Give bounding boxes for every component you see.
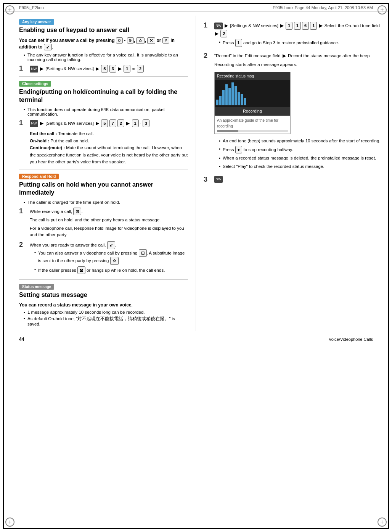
step2-bullet-2: Press ● to stop recording halfway.	[219, 146, 381, 154]
key-9: 9	[127, 37, 134, 44]
bar10	[244, 98, 246, 105]
respond-sub2: If the caller presses ⊠ or hangs up whil…	[34, 266, 188, 274]
section-close-settings: Close settings Ending/putting on hold/co…	[19, 81, 188, 165]
section-respond-hold: Respond and Hold Putting calls on hold w…	[19, 173, 188, 276]
respond-step1-content: While receiving a call, ⊡. The call is p…	[30, 208, 188, 238]
arrow: ▶	[40, 120, 43, 127]
bar8	[238, 92, 240, 105]
recording-box: Recording status msg	[214, 72, 291, 134]
recording-header: Recording status msg	[215, 72, 290, 80]
top-bar: F905i_E2kou F905i.book Page 44 Monday, A…	[4, 4, 388, 12]
key-1: 1	[124, 65, 130, 73]
corner-mark-bl	[5, 517, 14, 527]
section-title-status: Setting status message	[19, 291, 188, 299]
respond-step2: 2 When you are ready to answer the call,…	[19, 241, 188, 276]
respond-step2-content: When you are ready to answer the call, ↙…	[30, 241, 188, 276]
page-border: F905i_E2kou F905i.book Page 44 Monday, A…	[3, 3, 389, 529]
bar3	[222, 90, 225, 105]
step2-bullet-4: Select "Play" to check the recorded stat…	[219, 163, 381, 170]
key-answer: ↙	[107, 241, 115, 249]
respond-step1: 1 While receiving a call, ⊡. The call is…	[19, 208, 188, 238]
step2-bullet-1: An end tone (beep) sounds approximately …	[219, 138, 381, 144]
right-step1-content: NW ▶ [Settings & NW services] ▶ 1 1 6 1 …	[214, 22, 381, 48]
end-call-detail: End the call : Terminate the call.	[30, 130, 188, 137]
close-step-num: 1	[19, 119, 27, 126]
key-x: ✕	[147, 37, 155, 44]
right-step2: 2 "Record" in the Edit message field ▶ R…	[204, 52, 381, 171]
status-bullet-1: 1 message approximately 10 seconds long …	[24, 310, 188, 314]
key-sub: ☆	[110, 257, 119, 265]
key-1b: 1	[132, 119, 139, 127]
progress-label: An approximate guide of the time for rec…	[217, 118, 278, 128]
arrow3: ▶	[126, 120, 130, 127]
close-step-content: NW ▶ [Settings & NW services] ▶ 5 7 2 ▶ …	[30, 119, 149, 127]
bar6	[231, 82, 234, 105]
key-hold: ⊡	[73, 208, 81, 216]
arrow4: ▶	[215, 30, 218, 37]
nw-icon4: NW	[214, 176, 223, 183]
step3-area: 3 NW	[204, 176, 381, 183]
arrow2: ▶	[96, 65, 99, 72]
bookinfo: F905i.book Page 44 Monday, April 21, 200…	[273, 5, 373, 10]
step1-detail2: For a videophone call, Response hold ima…	[30, 225, 188, 239]
section-label-status: Status message	[19, 284, 54, 290]
key-3b: 3	[143, 119, 149, 127]
on-hold-detail: On-hold : Put the call on hold.	[30, 137, 188, 144]
key-2c: 2	[220, 30, 227, 38]
right-step1: 1 NW ▶ [Settings & NW services] ▶ 1 1 6 …	[204, 22, 381, 48]
key-3: 3	[109, 65, 116, 73]
step-content: NW ▶ [Settings & NW services] ▶ 5 3 ▶ 1 …	[30, 65, 144, 73]
continue-mute-label: Continue(mute) :	[30, 145, 66, 150]
divider1	[19, 76, 188, 77]
key-1d: 1	[294, 22, 301, 30]
bar2	[219, 96, 222, 105]
right-step1-sub: Press 1 and go to Step 3 to restore prei…	[219, 39, 381, 47]
divider3	[19, 279, 188, 280]
key-5b: 5	[101, 119, 108, 127]
arrow: ▶	[225, 22, 228, 29]
right-step1-num: 1	[204, 22, 211, 29]
arrow2: ▶	[96, 120, 99, 127]
right-step3-content: NW	[214, 176, 223, 183]
divider2	[19, 169, 188, 169]
section-any-key-answer: Any key answer Enabling use of keypad to…	[19, 19, 188, 73]
nw-icon3: NW	[214, 23, 223, 29]
bar4	[225, 84, 228, 105]
right-step2-content: "Record" in the Edit message field ▶ Rec…	[214, 52, 381, 171]
key-stop: ●	[235, 146, 243, 154]
recording-label: Recording	[215, 107, 290, 116]
progress-bar-fill	[217, 130, 238, 132]
key-1f: 1	[235, 39, 242, 47]
content-area: Any key answer Enabling use of keypad to…	[4, 12, 388, 335]
section-label-close: Close settings	[19, 81, 51, 87]
respond-step1-num: 1	[19, 208, 27, 214]
key-7: 7	[109, 119, 116, 127]
close-bullet-1: This function does not operate during 64…	[24, 107, 188, 116]
right-column: 1 NW ▶ [Settings & NW services] ▶ 1 1 6 …	[196, 16, 388, 331]
right-step2-num: 2	[204, 52, 211, 59]
step2-bullet-3: When a recorded status message is delete…	[219, 155, 381, 161]
corner-mark-tr	[378, 5, 387, 15]
respond-sub1: You can also answer a videophone call by…	[34, 249, 188, 265]
bottom-bar: 44 Voice/Videophone Calls	[4, 335, 388, 343]
key-6: 6	[302, 22, 309, 30]
key-send: ↙	[44, 44, 52, 50]
nw-icon: NW	[30, 66, 38, 73]
key-end: ⊠	[77, 266, 85, 274]
continue-mute-detail: Continue(mute) : Mute the sound without …	[30, 144, 188, 165]
section-intro-any-key: You can set if you answer a call by pres…	[19, 37, 188, 50]
page-number: 44	[19, 337, 24, 342]
section-label-respond: Respond and Hold	[19, 174, 59, 179]
end-call-label: End the call :	[30, 131, 58, 136]
filename: F905i_E2kou	[19, 5, 44, 10]
section-title-close: Ending/putting on hold/continuing a call…	[19, 88, 188, 104]
step1-detail1: The call is put on hold, and the other p…	[30, 217, 188, 223]
key-0: 0	[116, 37, 123, 44]
bar1	[216, 100, 218, 105]
key-1e: 1	[310, 22, 317, 30]
right-step3: 3 NW	[204, 176, 381, 183]
arrow3: ▶	[118, 65, 122, 72]
key-1c: 1	[286, 22, 292, 30]
arrow: ▶	[40, 65, 43, 72]
close-step1: 1 NW ▶ [Settings & NW services] ▶ 5 7 2 …	[19, 119, 188, 127]
